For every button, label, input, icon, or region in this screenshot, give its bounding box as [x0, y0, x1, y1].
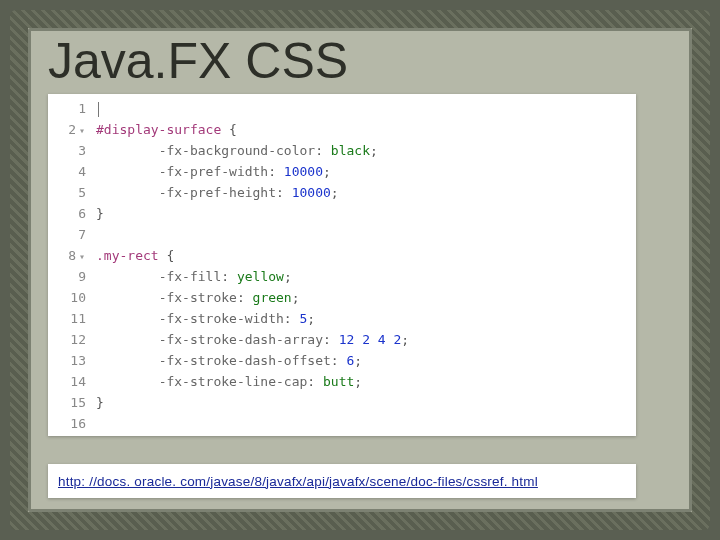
code-line: -fx-stroke-dash-offset: 6; [96, 350, 636, 371]
line-num: 12 [48, 329, 92, 350]
line-num: 2▾ [48, 119, 92, 140]
reference-link-box: http: //docs. oracle. com/javase/8/javaf… [48, 464, 636, 498]
slide-frame: Java.FX CSS 1 2▾ 3 4 5 6 7 8▾ 9 10 11 12… [10, 10, 710, 530]
code-line: -fx-fill: yellow; [96, 266, 636, 287]
code-line: } [96, 392, 636, 413]
page-title: Java.FX CSS [48, 32, 348, 90]
code-editor: 1 2▾ 3 4 5 6 7 8▾ 9 10 11 12 13 14 15 16… [48, 94, 636, 436]
line-num: 1 [48, 98, 92, 119]
fold-icon[interactable]: ▾ [78, 120, 86, 141]
line-num: 10 [48, 287, 92, 308]
line-num: 15 [48, 392, 92, 413]
line-num: 5 [48, 182, 92, 203]
reference-link[interactable]: http: //docs. oracle. com/javase/8/javaf… [58, 474, 538, 489]
code-line: -fx-stroke-line-cap: butt; [96, 371, 636, 392]
cursor-icon [98, 102, 99, 117]
line-num: 11 [48, 308, 92, 329]
code-line [96, 224, 636, 245]
code-line: } [96, 203, 636, 224]
code-line: .my-rect { [96, 245, 636, 266]
line-num: 6 [48, 203, 92, 224]
fold-icon[interactable]: ▾ [78, 246, 86, 267]
code-line: -fx-stroke-width: 5; [96, 308, 636, 329]
line-num: 4 [48, 161, 92, 182]
code-body[interactable]: #display-surface { -fx-background-color:… [96, 94, 636, 436]
code-line: #display-surface { [96, 119, 636, 140]
line-num: 16 [48, 413, 92, 434]
line-num: 7 [48, 224, 92, 245]
line-num: 3 [48, 140, 92, 161]
code-line [96, 413, 636, 434]
code-line: -fx-pref-width: 10000; [96, 161, 636, 182]
code-line: -fx-pref-height: 10000; [96, 182, 636, 203]
line-num: 8▾ [48, 245, 92, 266]
line-num: 14 [48, 371, 92, 392]
line-num: 9 [48, 266, 92, 287]
slide-inner: Java.FX CSS 1 2▾ 3 4 5 6 7 8▾ 9 10 11 12… [28, 28, 692, 512]
code-line [96, 98, 636, 119]
line-gutter: 1 2▾ 3 4 5 6 7 8▾ 9 10 11 12 13 14 15 16 [48, 94, 92, 436]
code-line: -fx-stroke-dash-array: 12 2 4 2; [96, 329, 636, 350]
code-line: -fx-stroke: green; [96, 287, 636, 308]
code-line: -fx-background-color: black; [96, 140, 636, 161]
line-num: 13 [48, 350, 92, 371]
